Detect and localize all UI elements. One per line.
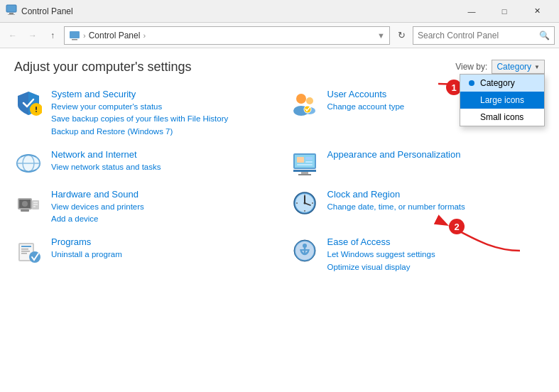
svg-rect-20 bbox=[293, 170, 316, 172]
hardware-links: View devices and printers Add a device bbox=[51, 201, 269, 226]
ease-icon bbox=[291, 236, 319, 265]
svg-point-29 bbox=[22, 201, 28, 207]
programs-title[interactable]: Programs bbox=[51, 236, 91, 247]
system-security-icon bbox=[14, 89, 43, 117]
svg-rect-48 bbox=[21, 251, 30, 252]
radio-selected-icon bbox=[469, 80, 474, 86]
search-box: 🔍 bbox=[413, 26, 555, 45]
svg-point-11 bbox=[306, 97, 313, 104]
dropdown-item-label: Large icons bbox=[480, 95, 524, 105]
svg-rect-32 bbox=[33, 204, 38, 205]
viewby-dropdown-menu: Category Large icons Small icons bbox=[460, 74, 545, 126]
svg-point-17 bbox=[17, 155, 40, 172]
addressbar: ← → ↑ › Control Panel › ▼ ↻ 🔍 bbox=[0, 23, 559, 48]
svg-point-40 bbox=[304, 195, 305, 196]
system-security-links: Review your computer's status Save backu… bbox=[51, 101, 269, 138]
appearance-title[interactable]: Appearance and Personalization bbox=[327, 149, 461, 160]
svg-rect-2 bbox=[8, 14, 15, 15]
category-network: Network and Internet View network status… bbox=[14, 149, 269, 178]
dropdown-item-large-icons[interactable]: Large icons bbox=[460, 92, 544, 109]
clock-links: Change date, time, or number formats bbox=[327, 201, 546, 213]
svg-point-41 bbox=[312, 202, 313, 204]
ease-link-1[interactable]: Let Windows suggest settings bbox=[327, 249, 546, 261]
maximize-button[interactable]: □ bbox=[488, 0, 521, 23]
svg-rect-31 bbox=[33, 202, 38, 203]
dropdown-item-small-icons[interactable]: Small icons bbox=[460, 109, 544, 126]
appearance-icon bbox=[291, 149, 319, 178]
network-content: Network and Internet View network status… bbox=[51, 149, 269, 173]
svg-rect-34 bbox=[21, 209, 29, 212]
viewby-value: Category bbox=[496, 62, 531, 72]
system-link-2[interactable]: Save backup copies of your files with Fi… bbox=[51, 113, 269, 125]
programs-content: Programs Uninstall a program bbox=[51, 236, 269, 261]
viewby-label: View by: bbox=[455, 62, 487, 72]
category-ease: Ease of Access Let Windows suggest setti… bbox=[291, 236, 546, 273]
hardware-title[interactable]: Hardware and Sound bbox=[51, 189, 139, 200]
svg-rect-1 bbox=[9, 13, 13, 14]
svg-rect-7 bbox=[36, 107, 37, 110]
address-dropdown-arrow[interactable]: ▼ bbox=[377, 31, 385, 40]
system-link-1[interactable]: Review your computer's status bbox=[51, 101, 269, 113]
category-programs: Programs Uninstall a program bbox=[14, 236, 269, 273]
clock-title[interactable]: Clock and Region bbox=[327, 189, 401, 200]
search-icon[interactable]: 🔍 bbox=[539, 31, 550, 40]
close-button[interactable]: ✕ bbox=[521, 0, 553, 23]
viewby-dropdown[interactable]: Category ▼ bbox=[492, 60, 545, 74]
breadcrumb-item[interactable]: Control Panel bbox=[89, 31, 141, 40]
ease-title[interactable]: Ease of Access bbox=[327, 236, 391, 247]
svg-point-42 bbox=[296, 202, 298, 204]
app-icon bbox=[6, 4, 17, 18]
viewby-caret-icon: ▼ bbox=[534, 64, 540, 70]
svg-rect-4 bbox=[72, 39, 77, 40]
svg-point-43 bbox=[304, 210, 305, 212]
window-title: Control Panel bbox=[21, 6, 455, 16]
category-appearance: Appearance and Personalization bbox=[291, 149, 546, 178]
category-hardware: Hardware and Sound View devices and prin… bbox=[14, 189, 269, 226]
user-accounts-title[interactable]: User Accounts bbox=[327, 89, 387, 99]
svg-rect-0 bbox=[6, 5, 16, 12]
step-badge-2: 2 bbox=[449, 219, 465, 234]
system-security-title[interactable]: System and Security bbox=[51, 89, 136, 99]
clock-content: Clock and Region Change date, time, or n… bbox=[327, 189, 546, 213]
svg-rect-23 bbox=[297, 157, 304, 163]
svg-rect-21 bbox=[301, 172, 308, 174]
hardware-link-1[interactable]: View devices and printers bbox=[51, 201, 269, 213]
ease-link-2[interactable]: Optimize visual display bbox=[327, 261, 546, 273]
window-controls: — □ ✕ bbox=[455, 0, 553, 23]
clock-link-1[interactable]: Change date, time, or number formats bbox=[327, 201, 546, 213]
category-system-security: System and Security Review your computer… bbox=[14, 89, 269, 138]
search-input[interactable] bbox=[418, 31, 539, 40]
hardware-content: Hardware and Sound View devices and prin… bbox=[51, 189, 269, 226]
dropdown-item-label: Small icons bbox=[480, 112, 523, 122]
appearance-content: Appearance and Personalization bbox=[327, 149, 546, 160]
hardware-link-2[interactable]: Add a device bbox=[51, 213, 269, 225]
svg-rect-47 bbox=[21, 249, 28, 250]
main-area: Adjust your computer's settings View by:… bbox=[0, 48, 559, 392]
network-title[interactable]: Network and Internet bbox=[51, 149, 137, 160]
network-links: View network status and tasks bbox=[51, 161, 269, 173]
network-link-1[interactable]: View network status and tasks bbox=[51, 161, 269, 173]
user-accounts-icon bbox=[291, 89, 319, 117]
system-link-3[interactable]: Backup and Restore (Windows 7) bbox=[51, 126, 269, 138]
viewby-bar: View by: Category ▼ bbox=[455, 60, 545, 74]
dropdown-item-category[interactable]: Category bbox=[460, 75, 544, 92]
svg-rect-46 bbox=[21, 246, 31, 247]
svg-rect-49 bbox=[21, 253, 27, 254]
svg-rect-3 bbox=[70, 31, 80, 38]
forward-button[interactable]: → bbox=[24, 27, 41, 44]
dropdown-item-label: Category bbox=[480, 78, 515, 88]
network-icon bbox=[14, 149, 43, 178]
clock-icon bbox=[291, 189, 319, 217]
back-button[interactable]: ← bbox=[4, 27, 21, 44]
ease-content: Ease of Access Let Windows suggest setti… bbox=[327, 236, 546, 273]
breadcrumb-separator: › bbox=[83, 31, 86, 40]
svg-rect-26 bbox=[297, 164, 313, 165]
address-bar[interactable]: › Control Panel › ▼ bbox=[64, 26, 390, 45]
minimize-button[interactable]: — bbox=[455, 0, 488, 23]
svg-rect-8 bbox=[36, 111, 37, 112]
refresh-button[interactable]: ↻ bbox=[393, 27, 410, 44]
svg-rect-25 bbox=[305, 161, 313, 163]
svg-rect-33 bbox=[33, 206, 36, 207]
programs-link-1[interactable]: Uninstall a program bbox=[51, 249, 269, 261]
up-button[interactable]: ↑ bbox=[44, 27, 61, 44]
